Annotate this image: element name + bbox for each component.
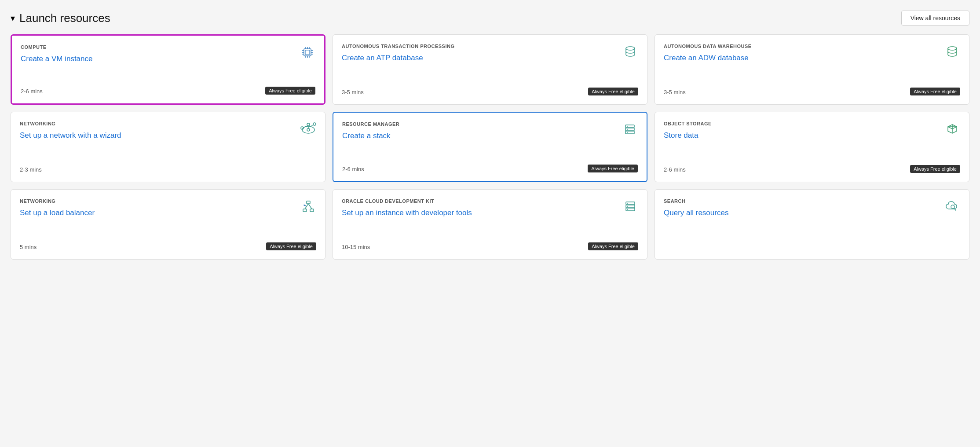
svg-point-14 [626,47,635,50]
always-free-badge: Always Free eligible [588,165,638,172]
card-time: 2-3 mins [20,166,42,173]
card-time: 2-6 mins [342,166,364,172]
card-title: Create an ADW database [664,53,960,63]
card-category: NETWORKING [20,198,316,204]
card-icon [299,44,316,61]
card-footer: 3-5 mins Always Free eligible [664,88,960,95]
card-icon [943,43,961,60]
card-time: 2-6 mins [664,166,686,173]
card-time: 10-15 mins [342,244,370,250]
card-footer: 2-6 mins Always Free eligible [21,87,315,95]
card-icon [621,121,639,138]
card-title: Set up a load balancer [20,208,316,218]
card-icon [300,198,317,215]
resource-card-adw[interactable]: AUTONOMOUS DATA WAREHOUSE Create an ADW … [655,34,969,105]
svg-point-19 [307,128,310,131]
card-footer: 5 mins Always Free eligible [20,242,316,250]
resource-card-object-storage[interactable]: OBJECT STORAGE Store data 2-6 mins Alway… [655,112,969,182]
card-title: Create a VM instance [21,54,315,64]
svg-point-18 [313,123,316,125]
card-footer: 2-6 mins Always Free eligible [342,165,638,172]
card-time: 2-6 mins [21,88,43,95]
card-category: RESOURCE MANAGER [342,121,638,127]
resource-card-atp[interactable]: AUTONOMOUS TRANSACTION PROCESSING Create… [333,34,647,105]
svg-point-20 [307,123,310,126]
card-footer: 10-15 mins Always Free eligible [342,242,638,250]
view-all-resources-button[interactable]: View all resources [901,11,969,26]
card-title: Query all resources [664,208,960,218]
resource-card-search[interactable]: SEARCH Query all resources [655,189,969,260]
card-time: 5 mins [20,244,37,250]
card-footer: 3-5 mins Always Free eligible [342,88,638,95]
card-icon [943,198,961,215]
resource-card-compute[interactable]: COMPUTE Create a VM instance 2-6 mins Al… [11,34,325,105]
always-free-badge: Always Free eligible [588,88,638,95]
resource-card-oracle-dev-kit[interactable]: ORACLE CLOUD DEVELOPMENT KIT Set up an i… [333,189,647,260]
resource-grid: COMPUTE Create a VM instance 2-6 mins Al… [11,34,969,260]
card-category: AUTONOMOUS DATA WAREHOUSE [664,44,960,49]
resource-card-networking-lb[interactable]: NETWORKING Set up a load balancer 5 mins… [11,189,325,260]
svg-rect-29 [303,209,307,212]
card-time: 3-5 mins [342,89,364,95]
card-icon [622,198,639,215]
card-category: OBJECT STORAGE [664,121,960,126]
resource-card-networking[interactable]: NETWORKING Set up a network with a wizar… [11,112,325,182]
card-category: NETWORKING [20,121,316,126]
page-title: Launch resources [19,11,110,25]
svg-line-31 [305,204,308,209]
page-header: ▾ Launch resources View all resources [11,11,969,26]
card-title: Create a stack [342,131,638,141]
always-free-badge: Always Free eligible [266,242,316,250]
card-title: Store data [664,131,960,140]
card-title: Create an ATP database [342,53,638,63]
card-icon [622,43,639,60]
card-category: ORACLE CLOUD DEVELOPMENT KIT [342,198,638,204]
card-category: SEARCH [664,198,960,204]
chevron-icon[interactable]: ▾ [11,13,15,23]
card-footer: 2-3 mins [20,166,316,173]
card-icon [300,120,317,138]
svg-point-15 [948,47,957,50]
svg-rect-30 [310,209,314,212]
card-title: Set up a network with a wizard [20,131,316,140]
header-left: ▾ Launch resources [11,11,110,25]
resource-card-resource-manager[interactable]: RESOURCE MANAGER Create a stack 2-6 mins… [333,112,647,182]
always-free-badge: Always Free eligible [588,242,638,250]
card-icon [943,120,961,138]
card-footer: 2-6 mins Always Free eligible [664,165,960,173]
svg-rect-1 [305,50,310,55]
card-title: Set up an instance with developer tools [342,208,638,218]
svg-line-32 [308,204,312,209]
always-free-badge: Always Free eligible [265,87,315,95]
always-free-badge: Always Free eligible [910,165,960,173]
card-time: 3-5 mins [664,89,686,95]
always-free-badge: Always Free eligible [910,88,960,95]
svg-rect-28 [307,201,310,204]
card-category: COMPUTE [21,44,315,50]
card-category: AUTONOMOUS TRANSACTION PROCESSING [342,44,638,49]
